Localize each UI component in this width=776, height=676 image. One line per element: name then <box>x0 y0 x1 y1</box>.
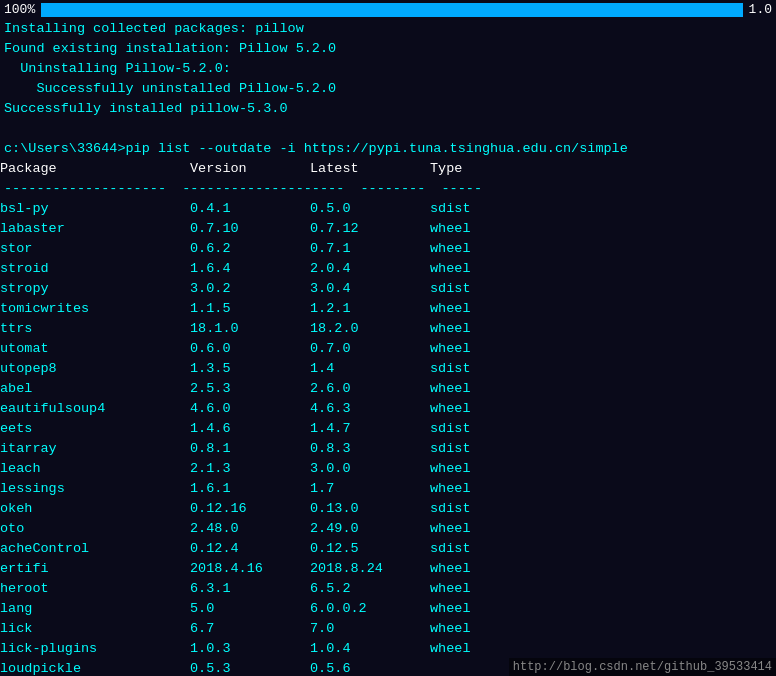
pkg-name: stroid <box>0 259 190 279</box>
pkg-name: loudpickle <box>0 659 190 676</box>
pkg-name: eautifulsoup4 <box>0 399 190 419</box>
table-row: lessings 1.6.1 1.7 wheel <box>0 479 776 499</box>
pkg-type: wheel <box>430 399 510 419</box>
pkg-name: heroot <box>0 579 190 599</box>
pkg-name: utomat <box>0 339 190 359</box>
pkg-name: bsl-py <box>0 199 190 219</box>
watermark: http://blog.csdn.net/github_39533414 <box>509 658 776 676</box>
pkg-version: 6.7 <box>190 619 310 639</box>
table-row: itarray 0.8.1 0.8.3 sdist <box>0 439 776 459</box>
pkg-type: wheel <box>430 459 510 479</box>
table-row: ttrs 18.1.0 18.2.0 wheel <box>0 319 776 339</box>
table-row: lick 6.7 7.0 wheel <box>0 619 776 639</box>
pip-command: c:\Users\33644>pip list --outdate -i htt… <box>0 139 776 159</box>
table-row: heroot 6.3.1 6.5.2 wheel <box>0 579 776 599</box>
pkg-version: 0.6.0 <box>190 339 310 359</box>
pkg-latest: 1.7 <box>310 479 430 499</box>
pkg-version: 0.6.2 <box>190 239 310 259</box>
pkg-type: sdist <box>430 359 510 379</box>
pkg-latest: 3.0.0 <box>310 459 430 479</box>
pkg-version: 1.6.1 <box>190 479 310 499</box>
pkg-name: utopep8 <box>0 359 190 379</box>
pkg-name: labaster <box>0 219 190 239</box>
table-separator: -------------------- -------------------… <box>0 179 776 199</box>
pkg-name: oto <box>0 519 190 539</box>
pkg-latest: 0.7.0 <box>310 339 430 359</box>
table-body: bsl-py 0.4.1 0.5.0 sdist labaster 0.7.10… <box>0 199 776 676</box>
pkg-type: sdist <box>430 439 510 459</box>
install-line-5: Successfully installed pillow-5.3.0 <box>0 99 776 119</box>
pkg-latest: 7.0 <box>310 619 430 639</box>
pkg-latest: 0.13.0 <box>310 499 430 519</box>
install-line-4: Successfully uninstalled Pillow-5.2.0 <box>0 79 776 99</box>
pkg-name: stor <box>0 239 190 259</box>
pkg-latest: 2.0.4 <box>310 259 430 279</box>
pkg-name: leach <box>0 459 190 479</box>
pkg-version: 1.6.4 <box>190 259 310 279</box>
pkg-version: 4.6.0 <box>190 399 310 419</box>
pkg-version: 1.0.3 <box>190 639 310 659</box>
pkg-latest: 2.6.0 <box>310 379 430 399</box>
pkg-type: wheel <box>430 259 510 279</box>
progress-right: 1.0 <box>749 2 772 17</box>
pkg-name: ttrs <box>0 319 190 339</box>
table-row: eets 1.4.6 1.4.7 sdist <box>0 419 776 439</box>
pkg-type <box>430 659 510 676</box>
table-row: stroid 1.6.4 2.0.4 wheel <box>0 259 776 279</box>
pkg-version: 2018.4.16 <box>190 559 310 579</box>
pkg-latest: 18.2.0 <box>310 319 430 339</box>
pkg-type: wheel <box>430 299 510 319</box>
install-line-2: Found existing installation: Pillow 5.2.… <box>0 39 776 59</box>
progress-bar <box>41 3 742 17</box>
pkg-latest: 1.4 <box>310 359 430 379</box>
pkg-latest: 0.5.6 <box>310 659 430 676</box>
pkg-type: wheel <box>430 239 510 259</box>
pkg-name: tomicwrites <box>0 299 190 319</box>
pkg-name: lessings <box>0 479 190 499</box>
pkg-version: 1.1.5 <box>190 299 310 319</box>
pkg-latest: 0.8.3 <box>310 439 430 459</box>
pkg-version: 2.1.3 <box>190 459 310 479</box>
pkg-type: wheel <box>430 339 510 359</box>
pkg-type: sdist <box>430 279 510 299</box>
pkg-version: 1.3.5 <box>190 359 310 379</box>
table-row: acheControl 0.12.4 0.12.5 sdist <box>0 539 776 559</box>
pkg-version: 0.8.1 <box>190 439 310 459</box>
pkg-name: lick-plugins <box>0 639 190 659</box>
col-header-version: Version <box>190 159 310 179</box>
pkg-latest: 0.7.1 <box>310 239 430 259</box>
pkg-version: 5.0 <box>190 599 310 619</box>
pkg-latest: 0.7.12 <box>310 219 430 239</box>
pkg-name: stropy <box>0 279 190 299</box>
pkg-version: 18.1.0 <box>190 319 310 339</box>
table-row: lang 5.0 6.0.0.2 wheel <box>0 599 776 619</box>
pkg-version: 3.0.2 <box>190 279 310 299</box>
pkg-type: wheel <box>430 619 510 639</box>
pkg-version: 0.7.10 <box>190 219 310 239</box>
pkg-version: 0.12.16 <box>190 499 310 519</box>
pkg-type: sdist <box>430 499 510 519</box>
pkg-type: wheel <box>430 639 510 659</box>
pkg-type: wheel <box>430 479 510 499</box>
install-line-3: Uninstalling Pillow-5.2.0: <box>0 59 776 79</box>
pkg-type: wheel <box>430 559 510 579</box>
pkg-version: 0.12.4 <box>190 539 310 559</box>
pkg-version: 6.3.1 <box>190 579 310 599</box>
pkg-name: lang <box>0 599 190 619</box>
pkg-version: 0.5.3 <box>190 659 310 676</box>
table-row: eautifulsoup4 4.6.0 4.6.3 wheel <box>0 399 776 419</box>
table-row: abel 2.5.3 2.6.0 wheel <box>0 379 776 399</box>
blank-line <box>0 119 776 139</box>
pkg-type: wheel <box>430 319 510 339</box>
table-row: leach 2.1.3 3.0.0 wheel <box>0 459 776 479</box>
pkg-latest: 4.6.3 <box>310 399 430 419</box>
pkg-version: 1.4.6 <box>190 419 310 439</box>
pkg-name: eets <box>0 419 190 439</box>
pkg-name: itarray <box>0 439 190 459</box>
table-row: ertifi 2018.4.16 2018.8.24 wheel <box>0 559 776 579</box>
table-row: stor 0.6.2 0.7.1 wheel <box>0 239 776 259</box>
pkg-latest: 6.5.2 <box>310 579 430 599</box>
pkg-latest: 6.0.0.2 <box>310 599 430 619</box>
pkg-type: wheel <box>430 599 510 619</box>
pkg-name: lick <box>0 619 190 639</box>
